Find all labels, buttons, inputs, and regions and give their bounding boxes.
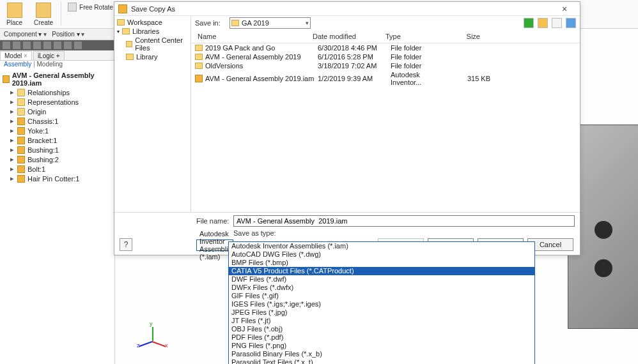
- save-copy-as-dialog: Save Copy As × Workspace ▾Libraries Cont…: [114, 1, 580, 255]
- breadcrumb: Assembly | Modeling: [0, 61, 115, 70]
- qat-icon[interactable]: [23, 42, 31, 49]
- type-option[interactable]: GIF Files (*.gif): [229, 292, 534, 300]
- ribbon-create[interactable]: Create: [30, 1, 57, 27]
- type-option[interactable]: CATIA V5 Product Files (*.CATProduct): [229, 267, 534, 275]
- tree-item[interactable]: ▸Representations: [3, 97, 112, 107]
- ribbon-groups: Component ▾ Position ▾: [0, 29, 115, 40]
- expand-icon[interactable]: ▸: [9, 88, 15, 96]
- tree-item[interactable]: ▸Bolt:1: [3, 164, 112, 174]
- qat-icon[interactable]: [33, 42, 41, 49]
- part-icon: [17, 156, 25, 163]
- type-option[interactable]: PDF Files (*.pdf): [229, 333, 534, 342]
- expand-icon[interactable]: ▸: [9, 98, 15, 106]
- group-component[interactable]: Component ▾: [4, 31, 47, 38]
- file-row[interactable]: AVM - General Assembly 2019.iam1/2/2019 …: [191, 70, 580, 87]
- saveastype-options[interactable]: Autodesk Inventor Assemblies (*.iam)Auto…: [228, 241, 535, 364]
- type-option[interactable]: PNG Files (*.png): [229, 342, 534, 350]
- savein-dropdown[interactable]: GA 2019 ▾: [230, 17, 311, 29]
- type-option[interactable]: Parasolid Binary Files (*.x_b): [229, 350, 534, 358]
- type-option[interactable]: Parasolid Text Files (*.x_t): [229, 358, 534, 364]
- col-date[interactable]: Date modified: [310, 31, 383, 42]
- type-option[interactable]: JT Files (*.jt): [229, 317, 534, 325]
- qat-icon[interactable]: [3, 42, 10, 49]
- ribbon-place[interactable]: Place: [3, 1, 26, 27]
- folder-icon: [17, 98, 25, 106]
- tree-item-label: Yoke:1: [27, 127, 49, 135]
- part-icon: [17, 175, 25, 183]
- expand-icon[interactable]: ▸: [9, 165, 15, 173]
- type-option[interactable]: AutoCAD DWG Files (*.dwg): [229, 250, 534, 259]
- place-workspace[interactable]: Workspace: [117, 18, 188, 27]
- expand-icon[interactable]: ▸: [9, 174, 15, 183]
- tree-root[interactable]: AVM - General Assembly 2019.iam: [3, 71, 112, 87]
- qat-icon[interactable]: [74, 42, 82, 49]
- type-option[interactable]: IGES Files (*.igs;*.ige;*.iges): [229, 300, 534, 308]
- expand-icon[interactable]: ▸: [9, 155, 15, 163]
- col-name[interactable]: Name: [195, 31, 310, 42]
- views-button[interactable]: [566, 18, 576, 28]
- up-folder-button[interactable]: [538, 18, 548, 28]
- file-row[interactable]: AVM - General Assembly 20196/1/2016 5:28…: [191, 52, 580, 61]
- expand-icon[interactable]: ▸: [9, 136, 15, 144]
- tree-item[interactable]: ▸Yoke:1: [3, 126, 112, 135]
- place-libraries[interactable]: ▾Libraries: [117, 27, 188, 36]
- filename-input[interactable]: [233, 215, 575, 227]
- file-type: Autodesk Inventor...: [391, 71, 452, 86]
- place-library[interactable]: Library: [117, 52, 188, 61]
- part-icon: [17, 146, 25, 154]
- col-type[interactable]: Type: [383, 31, 444, 42]
- tree-item[interactable]: ▸Bushing:2: [3, 155, 112, 164]
- folder-icon: [195, 54, 203, 60]
- file-date: 1/2/2019 9:39 AM: [318, 75, 391, 82]
- qat-icon[interactable]: [13, 42, 20, 49]
- expand-icon[interactable]: ▸: [9, 107, 15, 116]
- part-icon: [17, 127, 25, 135]
- back-button[interactable]: [524, 18, 534, 28]
- place-icon: [7, 3, 22, 18]
- tree-item[interactable]: ▸Chassis:1: [3, 116, 112, 126]
- qat-icon[interactable]: [54, 42, 61, 49]
- tab-ilogic[interactable]: iLogic +: [33, 51, 65, 60]
- expand-icon[interactable]: ▸: [9, 146, 15, 154]
- file-type: File folder: [391, 53, 452, 61]
- group-position[interactable]: Position ▾: [52, 31, 84, 38]
- dialog-title: Save Copy As: [131, 5, 553, 13]
- type-option[interactable]: JPEG Files (*.jpg): [229, 308, 534, 317]
- file-date: 6/30/2018 4:46 PM: [318, 44, 391, 52]
- place-content-center[interactable]: Content Center Files: [117, 36, 188, 52]
- close-button[interactable]: ×: [553, 4, 576, 14]
- expand-icon[interactable]: ▸: [9, 126, 15, 135]
- dialog-titlebar[interactable]: Save Copy As ×: [114, 2, 580, 16]
- tree-item[interactable]: ▸Hair Pin Cotter:1: [3, 174, 112, 183]
- file-list[interactable]: 2019 GA Pack and Go6/30/2018 4:46 PMFile…: [191, 43, 580, 212]
- tree-item-label: Hair Pin Cotter:1: [27, 175, 79, 183]
- help-button[interactable]: ?: [120, 238, 132, 251]
- folder-icon: [231, 20, 239, 26]
- type-option[interactable]: DWF Files (*.dwf): [229, 275, 534, 284]
- ribbon-free-rotate[interactable]: Free Rotate: [65, 1, 116, 13]
- tree-item[interactable]: ▸Bushing:1: [3, 145, 112, 155]
- tab-model[interactable]: Model ×: [0, 51, 32, 60]
- crumb-assembly[interactable]: Assembly: [4, 61, 31, 68]
- new-folder-button[interactable]: [552, 18, 562, 28]
- rotate-icon: [68, 3, 77, 11]
- col-size[interactable]: Size: [444, 31, 483, 42]
- tree-item-label: Representations: [27, 98, 79, 106]
- type-option[interactable]: BMP Files (*.bmp): [229, 259, 534, 267]
- expand-icon[interactable]: ▸: [9, 117, 15, 125]
- type-option[interactable]: Autodesk Inventor Assemblies (*.iam): [229, 242, 534, 250]
- tree-item[interactable]: ▸Relationships: [3, 87, 112, 97]
- close-icon[interactable]: ×: [24, 52, 27, 59]
- type-option[interactable]: DWFx Files (*.dwfx): [229, 284, 534, 292]
- file-row[interactable]: OldVersions3/18/2019 7:02 AMFile folder: [191, 61, 580, 70]
- tree-item[interactable]: ▸Origin: [3, 107, 112, 116]
- file-row[interactable]: 2019 GA Pack and Go6/30/2018 4:46 PMFile…: [191, 43, 580, 52]
- tree-item[interactable]: ▸Bracket:1: [3, 135, 112, 145]
- type-option[interactable]: OBJ Files (*.obj): [229, 325, 534, 333]
- qat-icon[interactable]: [64, 42, 72, 49]
- create-icon: [36, 3, 51, 18]
- qat-icon[interactable]: [43, 42, 51, 49]
- crumb-modeling[interactable]: Modeling: [37, 61, 63, 68]
- chevron-down-icon: ▾: [306, 20, 309, 26]
- tree-item-label: Chassis:1: [27, 118, 58, 125]
